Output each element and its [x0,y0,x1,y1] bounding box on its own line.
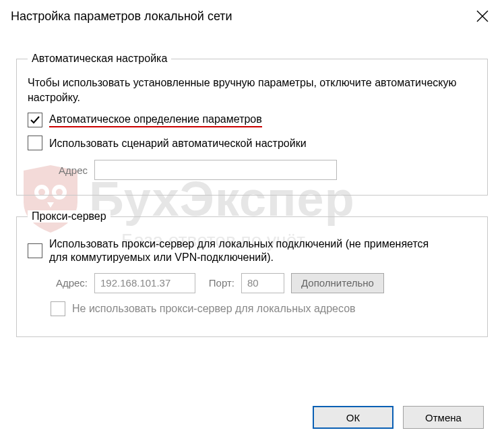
auto-config-group: Автоматическая настройка Чтобы использов… [16,53,488,196]
proxy-address-row: Адрес: Порт: Дополнительно [51,273,476,293]
proxy-address-label: Адрес: [51,277,88,289]
use-proxy-checkbox[interactable] [28,243,42,258]
bypass-local-label: Не использовать прокси-сервер для локаль… [72,302,356,315]
script-address-input [94,160,337,180]
advanced-button: Дополнительно [291,273,384,293]
script-address-label: Адрес [51,165,88,176]
bypass-local-row: Не использовать прокси-сервер для локаль… [51,301,476,316]
close-icon [476,10,489,22]
auto-detect-row: Автоматическое определение параметров [28,113,476,127]
dialog-title: Настройка параметров локальной сети [11,9,232,24]
proxy-port-label: Порт: [202,277,234,289]
proxy-address-input [94,273,195,293]
proxy-port-input [241,273,284,293]
dialog-footer: ОК Отмена [313,406,484,429]
close-button[interactable] [469,3,496,30]
titlebar: Настройка параметров локальной сети [0,0,504,32]
bypass-local-checkbox [51,301,65,316]
cancel-button[interactable]: Отмена [403,406,484,429]
script-address-row: Адрес [51,160,476,180]
ok-button[interactable]: ОК [313,406,393,429]
checkmark-icon [30,115,40,125]
auto-detect-label: Автоматическое определение параметров [49,113,262,127]
use-proxy-row: Использовать прокси-сервер для локальных… [28,237,476,263]
use-script-label: Использовать сценарий автоматической нас… [49,137,307,150]
auto-detect-checkbox[interactable] [28,113,42,127]
proxy-legend: Прокси-сервер [28,210,111,222]
auto-config-legend: Автоматическая настройка [28,53,171,65]
proxy-group: Прокси-сервер Использовать прокси-сервер… [16,210,488,336]
use-proxy-label: Использовать прокси-сервер для локальных… [49,237,440,263]
use-script-row: Использовать сценарий автоматической нас… [28,136,476,150]
auto-config-desc: Чтобы использовать установленные вручную… [28,76,476,105]
use-script-checkbox[interactable] [28,136,42,150]
